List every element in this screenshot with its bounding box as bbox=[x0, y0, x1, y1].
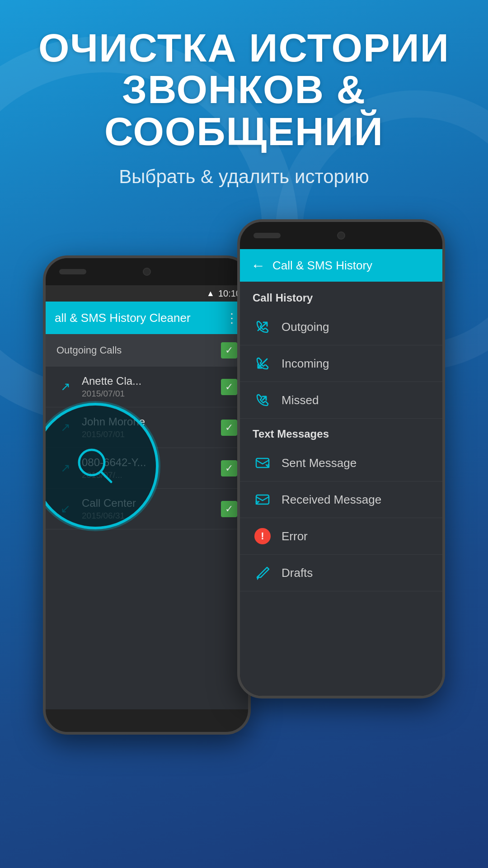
signal-icon: ▲ bbox=[206, 289, 215, 298]
received-message-icon bbox=[253, 491, 272, 508]
missed-call-icon bbox=[253, 392, 272, 408]
call-history-section: Call History bbox=[240, 282, 442, 309]
item-date-1: 2015/07/01 bbox=[82, 389, 214, 399]
back-button[interactable]: ← bbox=[251, 257, 265, 274]
phone-topbar-left bbox=[46, 258, 248, 285]
missed-menu-item[interactable]: Missed bbox=[240, 382, 442, 419]
received-message-menu-item[interactable]: Received Message bbox=[240, 481, 442, 518]
main-content: ОЧИСТКА ИСТОРИИ ЗВОНКОВ & СООБЩЕНИЙ Выбр… bbox=[0, 0, 488, 735]
phone-speaker bbox=[59, 269, 86, 274]
right-app-bar: ← Call & SMS History bbox=[240, 249, 442, 282]
phone-right: ← Call & SMS History Call History bbox=[237, 219, 445, 698]
item-checkbox-4[interactable]: ✓ bbox=[221, 501, 237, 517]
call-history-label: Call History bbox=[253, 292, 313, 304]
phone-camera bbox=[143, 268, 151, 276]
svg-line-1 bbox=[101, 472, 111, 482]
phone-left: ▲ 10:10 all & SMS History Cleaner ⋮ Outg… bbox=[43, 255, 251, 735]
phone-topbar-right bbox=[240, 222, 442, 249]
sent-message-menu-item[interactable]: Sent Message bbox=[240, 445, 442, 481]
drafts-icon bbox=[253, 565, 272, 581]
outgoing-label: Outgoing bbox=[282, 320, 329, 334]
phones-row: ▲ 10:10 all & SMS History Cleaner ⋮ Outg… bbox=[0, 219, 488, 735]
app-bar-left: all & SMS History Cleaner ⋮ bbox=[46, 302, 248, 334]
right-app-bar-title: Call & SMS History bbox=[272, 259, 372, 273]
text-messages-title: Text Messages bbox=[253, 428, 329, 440]
right-screen-content: Call History Outgoing bbox=[240, 282, 442, 698]
phone-camera-right bbox=[337, 231, 345, 240]
magnifier-inner bbox=[43, 406, 156, 527]
item-checkbox-1[interactable]: ✓ bbox=[221, 379, 237, 395]
phone-speaker-right bbox=[253, 233, 281, 238]
status-bar-left: ▲ 10:10 bbox=[46, 285, 248, 302]
error-icon: ! bbox=[253, 528, 272, 544]
item-info-1: Anette Cla... 2015/07/01 bbox=[82, 375, 214, 399]
error-circle: ! bbox=[254, 528, 271, 544]
incoming-call-icon bbox=[253, 355, 272, 372]
error-menu-item[interactable]: ! Error bbox=[240, 518, 442, 555]
drafts-label: Drafts bbox=[282, 566, 313, 580]
sent-message-icon bbox=[253, 455, 272, 471]
incoming-menu-item[interactable]: Incoming bbox=[240, 345, 442, 382]
item-checkbox-3[interactable]: ✓ bbox=[221, 460, 237, 476]
call-out-icon-1: ↗ bbox=[56, 380, 75, 394]
drafts-menu-item[interactable]: Drafts bbox=[240, 555, 442, 591]
list-item: ↗ Anette Cla... 2015/07/01 ✓ bbox=[46, 367, 248, 407]
subtitle: Выбрать & удалить историю bbox=[92, 166, 396, 188]
search-icon bbox=[73, 443, 118, 489]
item-checkbox-2[interactable]: ✓ bbox=[221, 420, 237, 436]
sent-message-label: Sent Message bbox=[282, 456, 357, 470]
error-label: Error bbox=[282, 529, 308, 543]
missed-label: Missed bbox=[282, 393, 319, 407]
outgoing-call-icon bbox=[253, 319, 272, 335]
item-name-1: Anette Cla... bbox=[82, 375, 214, 387]
received-message-label: Received Message bbox=[282, 493, 381, 507]
headline: ОЧИСТКА ИСТОРИИ ЗВОНКОВ & СООБЩЕНИЙ bbox=[0, 27, 488, 152]
outgoing-checkbox[interactable]: ✓ bbox=[221, 342, 237, 359]
incoming-label: Incoming bbox=[282, 357, 329, 371]
app-bar-title-left: all & SMS History Cleaner bbox=[55, 311, 220, 325]
text-messages-section: Text Messages bbox=[240, 419, 442, 445]
outgoing-calls-header: Outgoing Calls ✓ bbox=[46, 334, 248, 367]
outgoing-calls-label: Outgoing Calls bbox=[56, 344, 122, 356]
outgoing-menu-item[interactable]: Outgoing bbox=[240, 309, 442, 345]
